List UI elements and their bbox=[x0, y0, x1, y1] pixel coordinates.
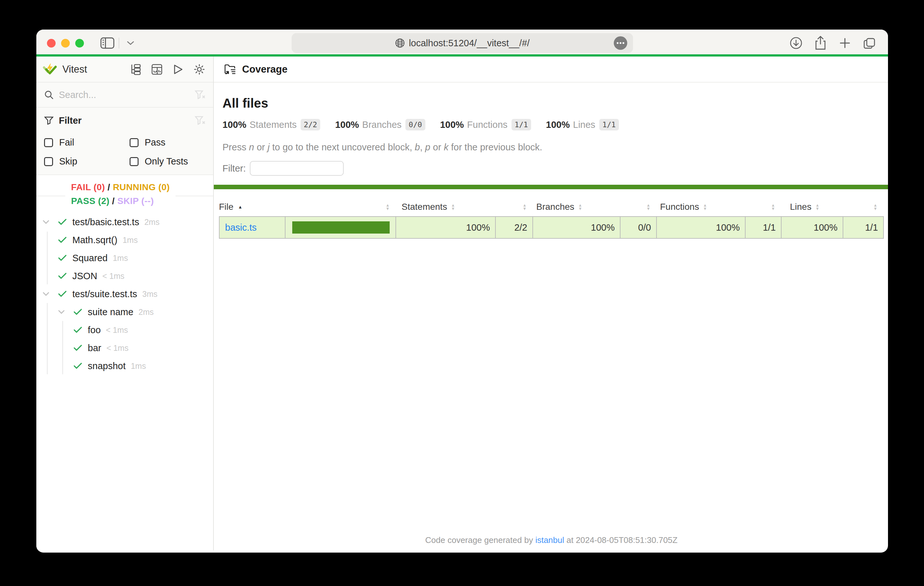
run-all-icon[interactable] bbox=[171, 62, 185, 77]
coverage-stat: 100%Functions1/1 bbox=[440, 119, 531, 130]
chevron-down-icon[interactable] bbox=[43, 213, 50, 231]
test-tree-item[interactable]: Math.sqrt()1ms bbox=[36, 231, 213, 249]
test-duration: < 1ms bbox=[102, 272, 124, 281]
sort-icon[interactable]: ▲▼ bbox=[646, 203, 650, 211]
stat-label: Functions bbox=[467, 120, 508, 130]
coverage-stat: 100%Branches0/0 bbox=[335, 119, 425, 130]
theme-sun-icon[interactable] bbox=[192, 62, 207, 77]
pass-check-icon bbox=[58, 231, 66, 249]
test-name: suite name bbox=[88, 307, 134, 318]
test-tree-item[interactable]: test/basic.test.ts2ms bbox=[36, 213, 213, 231]
column-header[interactable]: Lines▲▼ bbox=[780, 202, 842, 212]
keyboard-hint: Press n or j to go to the next uncovered… bbox=[223, 142, 888, 153]
column-header[interactable]: File▲ bbox=[219, 202, 284, 212]
pass-check-icon bbox=[74, 303, 82, 321]
clear-search-filter-icon[interactable] bbox=[195, 89, 205, 100]
url-text: localhost:51204/__vitest__/#/ bbox=[409, 38, 530, 48]
coverage-stats: 100%Statements2/2100%Branches0/0100%Func… bbox=[223, 119, 888, 130]
url-bar[interactable]: localhost:51204/__vitest__/#/ bbox=[292, 33, 633, 53]
main-nav: Coverage bbox=[214, 56, 888, 82]
table-cell: 100% bbox=[781, 217, 843, 238]
sort-icon[interactable]: ▲▼ bbox=[451, 203, 455, 211]
pass-check-icon bbox=[74, 339, 82, 357]
test-duration: 1ms bbox=[122, 235, 138, 245]
dashboard-icon[interactable] bbox=[150, 62, 164, 77]
istanbul-link[interactable]: istanbul bbox=[535, 535, 564, 545]
column-header[interactable]: ▲▼ bbox=[744, 203, 780, 211]
table-cell: 1/1 bbox=[843, 217, 883, 238]
sort-icon[interactable]: ▲▼ bbox=[386, 203, 389, 211]
stat-percent: 100% bbox=[335, 120, 359, 130]
filter-checkbox[interactable]: Only Tests bbox=[130, 156, 205, 167]
column-header-label: Statements bbox=[401, 202, 447, 212]
sort-icon[interactable]: ▲▼ bbox=[578, 203, 582, 211]
column-header[interactable]: Branches▲▼ bbox=[532, 202, 619, 212]
test-duration: 1ms bbox=[131, 361, 146, 371]
sidebar-toggle-icon[interactable] bbox=[100, 36, 115, 51]
checkbox-label: Pass bbox=[145, 137, 165, 148]
table-cell: basic.ts bbox=[219, 217, 285, 238]
tree-view-icon[interactable] bbox=[128, 62, 143, 77]
coverage-filter-input[interactable] bbox=[250, 161, 344, 176]
close-window-button[interactable] bbox=[47, 39, 56, 48]
hint-key: k bbox=[444, 142, 449, 152]
checkbox-box[interactable] bbox=[44, 138, 53, 147]
test-tree-item[interactable]: test/suite.test.ts3ms bbox=[36, 285, 213, 303]
stat-label: Lines bbox=[573, 120, 595, 130]
sort-icon[interactable]: ▲▼ bbox=[873, 203, 878, 211]
coverage-bar bbox=[292, 221, 389, 234]
test-tree-item[interactable]: Squared1ms bbox=[36, 249, 213, 267]
minimize-window-button[interactable] bbox=[61, 39, 70, 48]
column-header[interactable]: ▲▼ bbox=[284, 203, 395, 211]
summary-line: FAIL (0) / RUNNING (0) bbox=[71, 180, 170, 194]
tabs-overview-icon[interactable] bbox=[862, 36, 877, 51]
checkbox-label: Only Tests bbox=[145, 156, 188, 167]
page-settings-button[interactable] bbox=[613, 36, 628, 51]
test-summary: FAIL (0) / RUNNING (0)PASS (2) / SKIP (-… bbox=[36, 175, 213, 212]
test-tree-item[interactable]: JSON< 1ms bbox=[36, 267, 213, 285]
stat-label: Branches bbox=[362, 120, 402, 130]
coverage-stat: 100%Lines1/1 bbox=[546, 119, 619, 130]
test-duration: 1ms bbox=[113, 253, 128, 263]
table-cell: 0/0 bbox=[620, 217, 656, 238]
test-name: test/basic.test.ts bbox=[73, 217, 139, 227]
sort-icon[interactable]: ▲▼ bbox=[771, 203, 775, 211]
sort-icon[interactable]: ▲▼ bbox=[523, 203, 526, 211]
clear-filter-icon[interactable] bbox=[195, 115, 205, 126]
stat-ratio-badge: 2/2 bbox=[300, 119, 320, 130]
downloads-icon[interactable] bbox=[789, 36, 804, 51]
test-name: foo bbox=[88, 325, 101, 336]
search-input[interactable] bbox=[59, 90, 205, 100]
stat-ratio-badge: 1/1 bbox=[512, 119, 531, 130]
file-link[interactable]: basic.ts bbox=[225, 222, 257, 233]
column-header[interactable]: Statements▲▼ bbox=[395, 202, 495, 212]
share-icon[interactable] bbox=[813, 36, 828, 51]
checkbox-label: Skip bbox=[59, 156, 77, 167]
checkbox-box[interactable] bbox=[130, 138, 139, 147]
sort-icon[interactable]: ▲▼ bbox=[703, 203, 707, 211]
coverage-content: All files 100%Statements2/2100%Branches0… bbox=[214, 82, 888, 550]
column-header[interactable]: ▲▼ bbox=[495, 203, 532, 211]
summary-part: SKIP (--) bbox=[117, 196, 154, 206]
chevron-down-icon[interactable] bbox=[58, 303, 65, 321]
vitest-logo bbox=[43, 63, 57, 76]
filter-checkbox[interactable]: Skip bbox=[44, 156, 130, 167]
tab-group-chevron-icon[interactable] bbox=[123, 36, 138, 51]
test-tree: test/basic.test.ts2msMath.sqrt()1msSquar… bbox=[36, 213, 213, 550]
sort-icon[interactable]: ▲▼ bbox=[815, 203, 820, 211]
chevron-down-icon[interactable] bbox=[43, 285, 50, 303]
hint-key: b bbox=[415, 142, 420, 152]
coverage-table-row: basic.ts100%2/2100%0/0100%1/1100%1/1 bbox=[219, 216, 884, 239]
filter-checkbox[interactable]: Fail bbox=[44, 137, 130, 148]
filter-checkbox[interactable]: Pass bbox=[130, 137, 205, 148]
coverage-stat: 100%Statements2/2 bbox=[223, 119, 320, 130]
column-header[interactable]: Functions▲▼ bbox=[655, 202, 744, 212]
checkbox-box[interactable] bbox=[130, 157, 139, 166]
checkbox-box[interactable] bbox=[44, 157, 53, 166]
new-tab-icon[interactable] bbox=[838, 36, 852, 51]
zoom-window-button[interactable] bbox=[75, 39, 84, 48]
column-header[interactable]: ▲▼ bbox=[619, 203, 655, 211]
test-duration: < 1ms bbox=[106, 344, 129, 353]
column-header[interactable]: ▲▼ bbox=[842, 203, 883, 211]
test-tree-item[interactable]: suite name2ms bbox=[36, 303, 213, 321]
